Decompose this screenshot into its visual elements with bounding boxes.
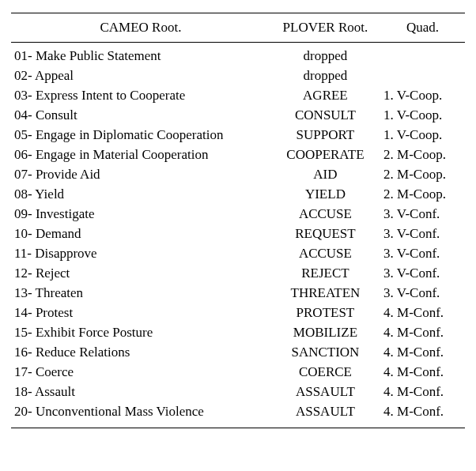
cell-quad — [380, 43, 465, 66]
cell-plover: ACCUSE — [270, 244, 380, 264]
cell-quad: 4. M-Conf. — [380, 402, 465, 428]
cell-quad: 2. M-Coop. — [380, 145, 465, 165]
table-body: 01- Make Public Statement dropped 02- Ap… — [11, 43, 465, 428]
cell-quad: 4. M-Conf. — [380, 382, 465, 402]
cell-quad: 1. V-Coop. — [380, 106, 465, 126]
cell-plover: ASSAULT — [270, 402, 380, 428]
cell-quad: 2. M-Coop. — [380, 185, 465, 205]
table-row: 09- Investigate ACCUSE 3. V-Conf. — [11, 205, 465, 224]
table-row: 08- Yield YIELD 2. M-Coop. — [11, 185, 465, 205]
cell-quad — [380, 66, 465, 86]
table-row: 02- Appeal dropped — [11, 66, 465, 86]
cell-plover: CONSULT — [270, 106, 380, 126]
table-header: CAMEO Root. PLOVER Root. Quad. — [11, 13, 465, 43]
cell-quad: 1. V-Coop. — [380, 86, 465, 106]
cell-cameo: 16- Reduce Relations — [11, 343, 270, 363]
cell-quad: 3. V-Conf. — [380, 224, 465, 244]
cell-cameo: 10- Demand — [11, 224, 270, 244]
cell-cameo: 01- Make Public Statement — [11, 43, 270, 66]
table-row: 07- Provide Aid AID 2. M-Coop. — [11, 165, 465, 185]
table-row: 13- Threaten THREATEN 3. V-Conf. — [11, 284, 465, 303]
cell-cameo: 12- Reject — [11, 264, 270, 284]
table-row: 20- Unconventional Mass Violence ASSAULT… — [11, 402, 465, 428]
cell-plover: PROTEST — [270, 303, 380, 323]
table-row: 03- Express Intent to Cooperate AGREE 1.… — [11, 86, 465, 106]
cell-quad: 4. M-Conf. — [380, 323, 465, 343]
cell-cameo: 04- Consult — [11, 106, 270, 126]
cell-plover: ACCUSE — [270, 205, 380, 224]
cell-cameo: 15- Exhibit Force Posture — [11, 323, 270, 343]
cell-quad: 4. M-Conf. — [380, 303, 465, 323]
cell-plover: ASSAULT — [270, 382, 380, 402]
table-row: 06- Engage in Material Cooperation COOPE… — [11, 145, 465, 165]
table-row: 15- Exhibit Force Posture MOBILIZE 4. M-… — [11, 323, 465, 343]
cell-plover: SANCTION — [270, 343, 380, 363]
cell-quad: 3. V-Conf. — [380, 264, 465, 284]
cell-cameo: 14- Protest — [11, 303, 270, 323]
cell-quad: 3. V-Conf. — [380, 244, 465, 264]
cell-quad: 1. V-Coop. — [380, 126, 465, 145]
table-row: 18- Assault ASSAULT 4. M-Conf. — [11, 382, 465, 402]
header-cameo: CAMEO Root. — [11, 13, 270, 43]
cell-plover: dropped — [270, 66, 380, 86]
cell-quad: 4. M-Conf. — [380, 363, 465, 382]
table-row: 16- Reduce Relations SANCTION 4. M-Conf. — [11, 343, 465, 363]
cell-plover: THREATEN — [270, 284, 380, 303]
data-table: CAMEO Root. PLOVER Root. Quad. 01- Make … — [11, 13, 465, 428]
cell-cameo: 20- Unconventional Mass Violence — [11, 402, 270, 428]
cell-plover: AID — [270, 165, 380, 185]
table-row: 04- Consult CONSULT 1. V-Coop. — [11, 106, 465, 126]
table-container: CAMEO Root. PLOVER Root. Quad. 01- Make … — [11, 13, 465, 428]
cell-plover: YIELD — [270, 185, 380, 205]
table-row: 10- Demand REQUEST 3. V-Conf. — [11, 224, 465, 244]
table-row: 17- Coerce COERCE 4. M-Conf. — [11, 363, 465, 382]
cell-plover: REQUEST — [270, 224, 380, 244]
cell-quad: 4. M-Conf. — [380, 343, 465, 363]
cell-plover: COERCE — [270, 363, 380, 382]
cell-cameo: 02- Appeal — [11, 66, 270, 86]
cell-cameo: 07- Provide Aid — [11, 165, 270, 185]
cell-cameo: 08- Yield — [11, 185, 270, 205]
table-row: 01- Make Public Statement dropped — [11, 43, 465, 66]
table-row: 12- Reject REJECT 3. V-Conf. — [11, 264, 465, 284]
cell-cameo: 11- Disapprove — [11, 244, 270, 264]
cell-plover: COOPERATE — [270, 145, 380, 165]
cell-cameo: 06- Engage in Material Cooperation — [11, 145, 270, 165]
table-row: 14- Protest PROTEST 4. M-Conf. — [11, 303, 465, 323]
cell-plover: MOBILIZE — [270, 323, 380, 343]
cell-cameo: 13- Threaten — [11, 284, 270, 303]
cell-plover: dropped — [270, 43, 380, 66]
cell-plover: SUPPORT — [270, 126, 380, 145]
cell-cameo: 03- Express Intent to Cooperate — [11, 86, 270, 106]
cell-quad: 3. V-Conf. — [380, 284, 465, 303]
header-plover: PLOVER Root. — [270, 13, 380, 43]
cell-cameo: 18- Assault — [11, 382, 270, 402]
cell-quad: 3. V-Conf. — [380, 205, 465, 224]
header-quad: Quad. — [380, 13, 465, 43]
header-row: CAMEO Root. PLOVER Root. Quad. — [11, 13, 465, 43]
cell-plover: REJECT — [270, 264, 380, 284]
cell-cameo: 05- Engage in Diplomatic Cooperation — [11, 126, 270, 145]
table-row: 05- Engage in Diplomatic Cooperation SUP… — [11, 126, 465, 145]
cell-quad: 2. M-Coop. — [380, 165, 465, 185]
cell-cameo: 09- Investigate — [11, 205, 270, 224]
cell-plover: AGREE — [270, 86, 380, 106]
cell-cameo: 17- Coerce — [11, 363, 270, 382]
table-row: 11- Disapprove ACCUSE 3. V-Conf. — [11, 244, 465, 264]
